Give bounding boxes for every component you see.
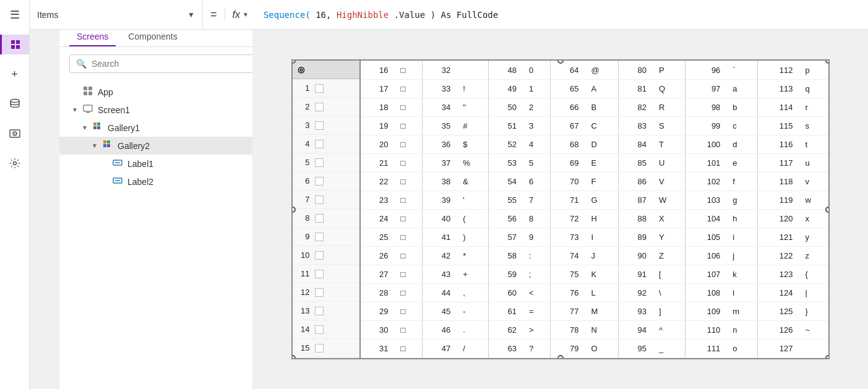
settings-icon[interactable]: [5, 153, 25, 173]
svg-rect-12: [88, 92, 92, 95]
table-row: 30□46.62>78N94^110n126~: [361, 320, 828, 339]
tab-screens[interactable]: Screens: [69, 28, 116, 46]
cell-char: 9: [523, 228, 551, 246]
table-row: 28□44,60<76L92\108l124|: [361, 283, 828, 302]
cell-num: 82: [618, 98, 653, 116]
cell-char: !: [457, 79, 488, 98]
table-row: 16□3248064@80P96`112p: [361, 61, 828, 79]
cell-num: 35: [423, 116, 457, 135]
cell-num: 98: [685, 98, 726, 116]
cell-char: ~: [799, 320, 828, 339]
fx-button[interactable]: fx ▼: [225, 9, 256, 20]
cell-char: [457, 61, 488, 79]
sidebar-item-gallery1[interactable]: ▼ Gallery1: [59, 119, 281, 137]
label2-text: Label2: [127, 177, 272, 187]
layers-icon[interactable]: [0, 35, 29, 54]
app-label: App: [98, 87, 272, 97]
add-icon[interactable]: +: [5, 64, 25, 84]
cell-char: □: [394, 190, 422, 209]
cell-char: *: [457, 246, 488, 265]
sidebar-item-gallery2[interactable]: ▼ Gallery2 ···: [59, 137, 281, 155]
gallery-widget[interactable]: ◎ 1 2 3 4 5 6 7 8 9 10 11 12 13 14: [291, 59, 830, 359]
tree-content: App ▼ Screen1 ▼ Gallery1 ▼ Ga: [59, 80, 281, 389]
search-input[interactable]: [92, 59, 265, 69]
cell-char: ,: [457, 283, 488, 302]
cell-char: x: [799, 209, 828, 228]
cell-num: 90: [618, 246, 653, 265]
database-icon[interactable]: [5, 94, 25, 114]
hamburger-icon[interactable]: ☰: [5, 5, 25, 25]
cell-char: i: [726, 228, 757, 246]
cell-char: 4: [523, 135, 551, 153]
list-item: 1: [293, 79, 359, 98]
handle-bot-right[interactable]: [825, 355, 830, 359]
cell-char: c: [726, 116, 757, 135]
cell-char: N: [585, 320, 619, 339]
sidebar-item-label1[interactable]: Label1: [59, 155, 281, 173]
media-icon[interactable]: [5, 124, 25, 143]
cell-num: 72: [551, 209, 585, 228]
cell-num: 46: [423, 320, 457, 339]
screen-icon: [83, 104, 93, 116]
cell-char: =: [523, 302, 551, 320]
handle-mid-right[interactable]: [825, 207, 830, 213]
list-item: 12: [293, 283, 359, 302]
cell-num: 105: [685, 228, 726, 246]
cell-char: #: [457, 116, 488, 135]
cell-num: 23: [361, 190, 395, 209]
cell-char: <: [523, 283, 551, 302]
cell-char: G: [585, 190, 619, 209]
svg-rect-17: [93, 126, 97, 129]
cell-num: 31: [361, 339, 395, 357]
cell-char: □: [394, 283, 422, 302]
cell-char: t: [799, 135, 828, 153]
cell-char: [: [653, 265, 685, 283]
cell-char: g: [726, 190, 757, 209]
svg-point-8: [13, 162, 16, 165]
cell-char: |: [799, 283, 828, 302]
cell-num: 73: [551, 228, 585, 246]
svg-rect-0: [11, 40, 15, 44]
cell-char: %: [457, 153, 488, 172]
cell-char: :: [523, 246, 551, 265]
handle-bot-left[interactable]: [291, 355, 296, 359]
cell-num: 96: [685, 61, 726, 79]
tab-components[interactable]: Components: [121, 28, 184, 46]
cell-char: `: [726, 61, 757, 79]
cell-num: 119: [757, 190, 799, 209]
cell-num: 88: [618, 209, 653, 228]
cell-char: P: [653, 61, 685, 79]
cell-num: 29: [361, 302, 395, 320]
handle-bot-mid[interactable]: [557, 355, 564, 359]
cell-num: 55: [488, 190, 523, 209]
cell-num: 109: [685, 302, 726, 320]
sidebar-item-label2[interactable]: Label2: [59, 173, 281, 190]
cell-char: □: [394, 320, 422, 339]
list-item: 15: [293, 339, 359, 357]
cell-num: 28: [361, 283, 395, 302]
table-row: 31□47/63?79O95_111o127: [361, 339, 828, 357]
fx-label: fx: [233, 9, 240, 20]
formula-content[interactable]: Sequence( 16, HighNibble .Value ) As Ful…: [256, 10, 868, 20]
formula-name-box[interactable]: Items ▼: [30, 0, 203, 29]
cell-char: h: [726, 209, 757, 228]
table-row: 25□41)57973I89Y105i121y: [361, 228, 828, 246]
cell-num: 111: [685, 339, 726, 357]
cell-char: V: [653, 172, 685, 190]
cell-char: □: [394, 246, 422, 265]
cell-num: 89: [618, 228, 653, 246]
sidebar-item-screen1[interactable]: ▼ Screen1: [59, 101, 281, 119]
cell-char: W: [653, 190, 685, 209]
cell-num: 59: [488, 265, 523, 283]
tree-search-box[interactable]: 🔍: [69, 54, 272, 73]
cell-num: 63: [488, 339, 523, 357]
sidebar-item-app[interactable]: App: [59, 83, 281, 101]
search-icon: 🔍: [76, 59, 87, 69]
list-item: 2: [293, 98, 359, 116]
cell-char: [799, 339, 828, 357]
cell-num: 75: [551, 265, 585, 283]
cell-num: 22: [361, 172, 395, 190]
tree-panel: Tree view × Screens Components 🔍 App ▼ S…: [59, 0, 282, 389]
cell-char: T: [653, 135, 685, 153]
cell-num: 47: [423, 339, 457, 357]
